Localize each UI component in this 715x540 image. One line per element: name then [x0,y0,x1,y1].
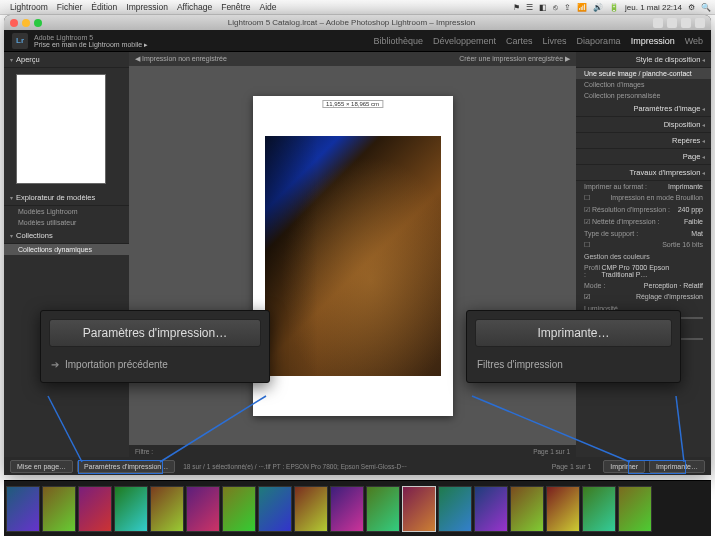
menu-fichier[interactable]: Fichier [57,2,83,12]
filmstrip-thumb[interactable] [510,486,544,532]
status-icon[interactable]: ◧ [539,3,547,12]
templates-panel-head[interactable]: Explorateur de modèles [4,190,129,206]
module-impression[interactable]: Impression [631,36,675,46]
filmstrip-thumb[interactable] [258,486,292,532]
callout-printer-button[interactable]: Imprimante… [475,319,672,347]
print-settings-button[interactable]: Paramètres d'impression… [77,460,175,473]
rp-section[interactable]: Repères [576,133,711,149]
print-canvas[interactable]: 11,955 × 18,965 cm [129,66,576,445]
filmstrip[interactable] [4,480,711,536]
status-icon[interactable]: ☰ [526,3,533,12]
filmstrip-thumb[interactable] [114,486,148,532]
status-icon[interactable]: ⎋ [553,3,558,12]
sharpen-row[interactable]: ☑ Netteté d'impression :Faible [576,216,711,228]
tool-icon[interactable] [667,18,677,28]
create-saved-print[interactable]: Créer une impression enregistrée [459,55,570,63]
filmstrip-thumb[interactable] [222,486,256,532]
close-window-button[interactable] [10,19,18,27]
module-diaporama[interactable]: Diaporama [577,36,621,46]
module-bibliotheque[interactable]: Bibliothèque [373,36,423,46]
template-preview [16,74,106,184]
callout-print-settings-button[interactable]: Paramètres d'impression… [49,319,261,347]
menu-edition[interactable]: Édition [91,2,117,12]
user-icon[interactable]: ⚙ [688,3,695,12]
unsaved-print-label[interactable]: Impression non enregistrée [135,55,227,63]
print-adjust-head[interactable]: ☑Réglage d'impression [576,291,711,303]
filmstrip-thumb[interactable] [402,486,436,532]
rp-section[interactable]: Paramètres d'image [576,101,711,117]
collection-item[interactable]: Collections dynamiques [4,244,129,255]
page-indicator: Page 1 sur 1 [533,448,570,455]
filmstrip-thumb[interactable] [186,486,220,532]
volume-icon[interactable]: 🔊 [593,3,603,12]
lr-body: Aperçu Explorateur de modèles Modèles Li… [4,52,711,457]
menu-impression[interactable]: Impression [126,2,168,12]
module-cartes[interactable]: Cartes [506,36,533,46]
battery-icon[interactable]: 🔋 [609,3,619,12]
draft-mode-check[interactable]: ☐Impression en mode Brouillon [576,192,711,204]
print-photo-cell[interactable] [265,136,441,376]
tool-icon[interactable] [653,18,663,28]
app-menu[interactable]: Lightroom [10,2,48,12]
module-web[interactable]: Web [685,36,703,46]
menu-fenetre[interactable]: Fenêtre [221,2,250,12]
status-icon[interactable]: ⇪ [564,3,571,12]
rp-section[interactable]: Disposition [576,117,711,133]
page-setup-button[interactable]: Mise en page… [10,460,73,473]
rp-section[interactable]: Travaux d'impression [576,165,711,181]
minimize-window-button[interactable] [22,19,30,27]
filmstrip-thumb[interactable] [582,486,616,532]
filmstrip-thumb[interactable] [6,486,40,532]
titlebar-tools [653,18,705,28]
tool-icon[interactable] [681,18,691,28]
resolution-row[interactable]: ☑ Résolution d'impression :240 ppp [576,204,711,216]
filmstrip-thumb[interactable] [546,486,580,532]
intent-row[interactable]: Mode :Perception · Relatif [576,280,711,291]
filmstrip-thumb[interactable] [150,486,184,532]
filmstrip-thumb[interactable] [294,486,328,532]
footer-page-indicator: Page 1 sur 1 [552,463,592,470]
callout-print-filters[interactable]: Filtres d'impression [475,355,672,374]
menu-aide[interactable]: Aide [260,2,277,12]
traffic-lights [10,19,42,27]
zoom-window-button[interactable] [34,19,42,27]
template-folder[interactable]: Modèles utilisateur [4,217,129,228]
filmstrip-thumb[interactable] [618,486,652,532]
media-row[interactable]: Type de support :Mat [576,228,711,239]
lr-subtitle[interactable]: Prise en main de Lightroom mobile ▸ [34,41,373,48]
wifi-icon[interactable]: 📶 [577,3,587,12]
right-panel: Style de disposition Une seule image / p… [576,52,711,457]
layout-opt[interactable]: Une seule image / planche-contact [576,68,711,79]
tool-icon[interactable] [695,18,705,28]
print-footer: Mise en page… Paramètres d'impression… 1… [4,457,711,475]
layout-style-head[interactable]: Style de disposition [576,52,711,68]
module-developpement[interactable]: Développement [433,36,496,46]
status-icon[interactable]: ⚑ [513,3,520,12]
print-page[interactable]: 11,955 × 18,965 cm [253,96,453,416]
center-info-bar: Filtre : Page 1 sur 1 [129,445,576,457]
collections-panel-head[interactable]: Collections [4,228,129,244]
print-to-row[interactable]: Imprimer au format :Imprimante [576,181,711,192]
filmstrip-thumb[interactable] [42,486,76,532]
preview-panel-head[interactable]: Aperçu [4,52,129,68]
callout-prev-import[interactable]: ➔ Importation précédente [49,355,261,374]
bits-row[interactable]: ☐Sortie 16 bits [576,239,711,251]
template-folder[interactable]: Modèles Lightroom [4,206,129,217]
menu-affichage[interactable]: Affichage [177,2,212,12]
filmstrip-thumb[interactable] [330,486,364,532]
layout-opt[interactable]: Collection d'images [576,79,711,90]
filter-label[interactable]: Filtre : [135,448,153,455]
filmstrip-thumb[interactable] [78,486,112,532]
filmstrip-thumb[interactable] [474,486,508,532]
layout-opt[interactable]: Collection personnalisée [576,90,711,101]
printer-button[interactable]: Imprimante… [649,460,705,473]
module-livres[interactable]: Livres [543,36,567,46]
profile-row[interactable]: Profil :CMP Pro 7000 Epson Traditional P… [576,262,711,280]
print-one-button[interactable]: Imprimer [603,460,645,473]
clock[interactable]: jeu. 1 mai 22:14 [625,3,682,12]
window-titlebar: Lightroom 5 Catalog.lrcat – Adobe Photos… [4,15,711,30]
filmstrip-thumb[interactable] [438,486,472,532]
rp-section[interactable]: Page [576,149,711,165]
spotlight-icon[interactable]: 🔍 [701,3,711,12]
filmstrip-thumb[interactable] [366,486,400,532]
